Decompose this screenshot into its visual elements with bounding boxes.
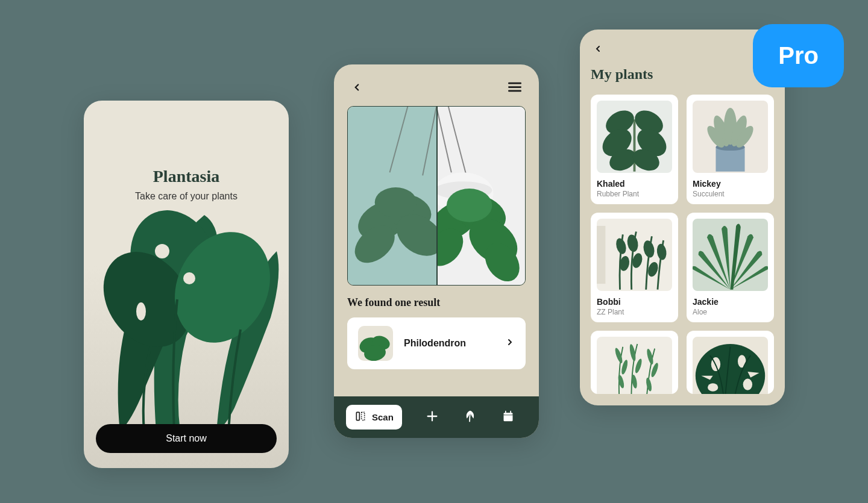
svg-point-4 <box>183 272 195 284</box>
nav-scan-label: Scan <box>372 412 394 422</box>
svg-point-24 <box>447 189 492 222</box>
plant-image <box>597 101 672 173</box>
svg-rect-6 <box>508 83 521 84</box>
plant-type: Rubber Plant <box>597 190 672 198</box>
svg-line-16 <box>448 107 467 175</box>
page-title: My plants <box>591 66 774 83</box>
nav-plants-button[interactable] <box>460 406 480 428</box>
back-button[interactable] <box>591 44 605 55</box>
menu-button[interactable] <box>506 80 524 97</box>
plant-image <box>597 219 672 291</box>
back-button[interactable] <box>349 80 365 97</box>
svg-point-3 <box>155 244 169 258</box>
onboarding-screen: Plantasia Take care of your plants Start… <box>84 101 289 468</box>
plant-name: Bobbi <box>597 297 672 307</box>
plants-grid: Khaled Rubber Plant Mickey Succ <box>591 95 774 394</box>
bottom-nav: Scan <box>334 396 539 438</box>
hero-plant-image <box>84 179 289 432</box>
svg-line-9 <box>390 107 408 172</box>
plant-image <box>597 337 672 394</box>
result-thumbnail <box>358 326 393 361</box>
plant-card[interactable]: Khaled Rubber Plant <box>591 95 678 204</box>
result-heading: We found one result <box>347 296 526 309</box>
svg-line-17 <box>436 107 451 172</box>
result-card[interactable]: Philodendron <box>347 317 526 369</box>
svg-point-58 <box>656 243 667 261</box>
nav-add-button[interactable] <box>422 406 442 428</box>
plant-type: Succulent <box>693 190 768 198</box>
scan-compare-image <box>347 106 526 286</box>
plant-card[interactable]: Mickey Succulent <box>687 95 774 204</box>
svg-rect-29 <box>356 412 359 420</box>
svg-point-61 <box>617 374 625 389</box>
plant-name: Jackie <box>693 297 768 307</box>
plant-card[interactable] <box>687 331 774 394</box>
svg-point-63 <box>634 358 643 373</box>
plant-card[interactable]: Bobbi ZZ Plant <box>591 213 678 322</box>
svg-point-72 <box>743 379 752 390</box>
pro-badge: Pro <box>753 24 844 87</box>
header <box>334 64 539 106</box>
svg-point-52 <box>614 237 627 255</box>
svg-rect-7 <box>508 86 521 88</box>
result-plant-name: Philodendron <box>404 338 494 349</box>
svg-point-56 <box>642 239 656 258</box>
svg-point-67 <box>645 377 652 392</box>
chevron-right-icon <box>505 337 515 349</box>
plant-name: Mickey <box>693 179 768 189</box>
plant-type: Aloe <box>693 308 768 316</box>
svg-point-71 <box>708 383 718 391</box>
scan-icon <box>354 410 366 424</box>
svg-point-5 <box>136 302 146 320</box>
plant-name: Khaled <box>597 179 672 189</box>
nav-calendar-button[interactable] <box>498 407 518 428</box>
svg-line-10 <box>423 107 436 175</box>
compare-divider <box>436 107 438 285</box>
svg-point-15 <box>375 187 417 217</box>
plant-image <box>693 219 768 291</box>
svg-rect-35 <box>504 413 513 414</box>
my-plants-screen: My plants Khaled Rubber Plant <box>580 30 785 405</box>
start-button[interactable]: Start now <box>96 424 277 453</box>
svg-point-54 <box>626 234 640 252</box>
plant-image <box>693 337 768 394</box>
scan-result-screen: We found one result Philodendron <box>334 64 539 438</box>
svg-rect-8 <box>508 90 521 92</box>
plant-type: ZZ Plant <box>597 308 672 316</box>
plant-card[interactable]: Jackie Aloe <box>687 213 774 322</box>
plant-image <box>693 101 768 173</box>
nav-scan-button[interactable]: Scan <box>346 405 402 430</box>
plant-card[interactable] <box>591 331 678 394</box>
svg-rect-51 <box>597 226 605 284</box>
